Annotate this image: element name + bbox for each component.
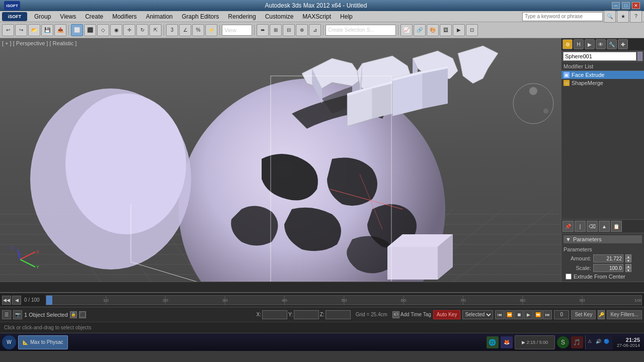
undo-button[interactable]: ↩ <box>2 24 14 36</box>
close-button[interactable]: ✕ <box>632 2 640 9</box>
tray-icon-warning[interactable]: ⚠ <box>588 339 595 346</box>
menu-help[interactable]: Help <box>336 12 357 21</box>
move-modifier-up[interactable]: ▲ <box>599 221 610 232</box>
pin-stack-button[interactable]: 📌 <box>562 221 574 232</box>
quick-render-button[interactable]: ▶ <box>453 24 465 36</box>
view-dropdown[interactable]: View <box>222 25 252 36</box>
scale-down[interactable]: ▼ <box>625 268 631 272</box>
menu-group[interactable]: Group <box>30 12 55 21</box>
z-coord-input[interactable] <box>326 310 351 319</box>
select-tool[interactable]: ⬜ <box>71 24 83 36</box>
menu-maxscript[interactable]: MAXScript <box>298 12 335 21</box>
play-button[interactable]: ▶ <box>524 310 533 319</box>
scale-tool[interactable]: ⇱ <box>149 24 162 36</box>
rotate-tool[interactable]: ↻ <box>136 24 148 36</box>
show-modifiers-button[interactable]: | <box>575 221 586 232</box>
taskbar-icon-2[interactable]: 🎵 <box>571 336 583 348</box>
menu-rendering[interactable]: Rendering <box>224 12 260 21</box>
search-button[interactable]: 🔍 <box>604 11 616 23</box>
auto-key-button[interactable]: Auto Key <box>433 310 461 319</box>
tab-motion[interactable]: ▶ <box>585 39 595 49</box>
fav-button[interactable]: ★ <box>617 11 629 23</box>
publish-button[interactable]: 📤 <box>54 24 66 36</box>
open-button[interactable]: 📂 <box>28 24 40 36</box>
viewport[interactable]: [ + ] [ Perspective ] [ Realistic ] <box>0 38 561 282</box>
curve-editor-button[interactable]: 📈 <box>400 24 413 36</box>
go-to-start[interactable]: ⏮ <box>495 310 504 319</box>
taskbar-browser-icon[interactable]: 🦊 <box>501 336 513 348</box>
prev-frame[interactable]: ⏪ <box>505 310 514 319</box>
taskbar-item-3dsmax[interactable]: 📐 Max to Physac <box>18 335 68 349</box>
object-name-input[interactable]: Sphere001 <box>563 52 636 61</box>
status-icon-camera[interactable]: 📷 <box>13 310 22 319</box>
start-button[interactable]: W <box>2 335 16 349</box>
scale-up[interactable]: ▲ <box>625 264 631 268</box>
save-button[interactable]: 💾 <box>41 24 53 36</box>
schematic-view-button[interactable]: 🔗 <box>414 24 426 36</box>
tab-create[interactable]: ✚ <box>618 39 628 49</box>
material-editor-button[interactable]: 🎨 <box>427 24 439 36</box>
amount-spinner[interactable]: ▲ ▼ <box>625 254 631 262</box>
tab-display[interactable]: 👁 <box>596 39 606 49</box>
redo-button[interactable]: ↪ <box>15 24 27 36</box>
amount-up[interactable]: ▲ <box>625 254 631 258</box>
taskbar-explorer-icon[interactable]: 🌐 <box>487 336 499 348</box>
render-setup-button[interactable]: 🖼 <box>440 24 452 36</box>
tab-modify[interactable]: ⚙ <box>562 39 573 49</box>
next-frame[interactable]: ⏩ <box>533 310 542 319</box>
menu-views[interactable]: Views <box>56 12 80 21</box>
array-button[interactable]: ⊞ <box>270 24 282 36</box>
x-coord-input[interactable] <box>262 310 287 319</box>
timeline-prev-frame[interactable]: ◀◀ <box>2 296 11 305</box>
maximize-button[interactable]: □ <box>622 2 630 9</box>
status-icon-left[interactable]: ☰ <box>2 310 11 319</box>
align-button[interactable]: ⊟ <box>283 24 295 36</box>
remove-modifier-button[interactable]: ⌫ <box>587 221 598 232</box>
menu-animation[interactable]: Animation <box>142 12 177 21</box>
select-lasso-tool[interactable]: ◇ <box>97 24 109 36</box>
menu-graph-editors[interactable]: Graph Editors <box>178 12 223 21</box>
lock-button[interactable]: 🔒 <box>70 311 77 318</box>
spinner-snap[interactable]: ⚡ <box>205 24 217 36</box>
taskbar-clock[interactable]: 21:25 27-06-2014 <box>615 337 642 348</box>
tab-utilities[interactable]: 🔧 <box>607 39 617 49</box>
snap-toggle[interactable]: 3 <box>166 24 178 36</box>
go-to-end[interactable]: ⏭ <box>543 310 552 319</box>
modifier-face-extrude[interactable]: ▣ Face Extrude <box>561 71 644 79</box>
timeline-slider[interactable]: 10 20 30 40 50 60 70 80 90 100 <box>46 295 642 305</box>
mirror-button[interactable]: ⬌ <box>257 24 269 36</box>
parameters-header[interactable]: ▼ Parameters <box>564 235 642 243</box>
select-paint-tool[interactable]: ◉ <box>110 24 122 36</box>
tray-icon-bluetooth[interactable]: 🔵 <box>604 339 611 346</box>
menu-create[interactable]: Create <box>81 12 107 21</box>
render-frame-button[interactable]: ⊡ <box>466 24 478 36</box>
stop-button[interactable]: ⏹ <box>514 310 523 319</box>
percent-snap[interactable]: % <box>192 24 204 36</box>
taskbar-media-player[interactable]: ▶ 2:15 / 5:00 <box>515 335 555 349</box>
selected-dropdown[interactable]: Selected <box>462 310 493 319</box>
menu-customize[interactable]: Customize <box>261 12 298 21</box>
y-coord-input[interactable] <box>294 310 319 319</box>
amount-down[interactable]: ▼ <box>625 258 631 262</box>
help-icon-button[interactable]: ? <box>630 11 642 23</box>
render-icon[interactable]: ⬛ <box>79 311 86 318</box>
create-selection-dropdown[interactable]: Create Selection S... <box>326 25 396 36</box>
key-filters-button[interactable]: Key Filters... <box>607 310 642 319</box>
extrude-from-center-checkbox[interactable] <box>566 274 572 280</box>
search-input[interactable] <box>522 12 603 21</box>
set-key-button[interactable]: Set Key <box>571 310 596 319</box>
frame-input[interactable]: 0 <box>554 310 569 319</box>
object-color-swatch[interactable] <box>637 52 642 61</box>
configure-modifier-sets[interactable]: 📋 <box>611 221 622 232</box>
scale-spinner[interactable]: ▲ ▼ <box>625 264 631 272</box>
taskbar-icon-1[interactable]: S <box>557 336 569 348</box>
menu-modifiers[interactable]: Modifiers <box>108 12 141 21</box>
move-tool[interactable]: ✛ <box>123 24 135 36</box>
amount-input[interactable]: 21.722 <box>593 254 623 262</box>
select-region-tool[interactable]: ⬛ <box>84 24 96 36</box>
tab-hierarchy[interactable]: H <box>574 39 584 49</box>
key-filter-icon[interactable]: 🔑 <box>598 310 605 319</box>
angle-snap[interactable]: ∠ <box>179 24 191 36</box>
add-time-tag-icon[interactable]: 🏷 <box>392 311 399 318</box>
timeline-play-prev[interactable]: ◀ <box>12 296 21 305</box>
